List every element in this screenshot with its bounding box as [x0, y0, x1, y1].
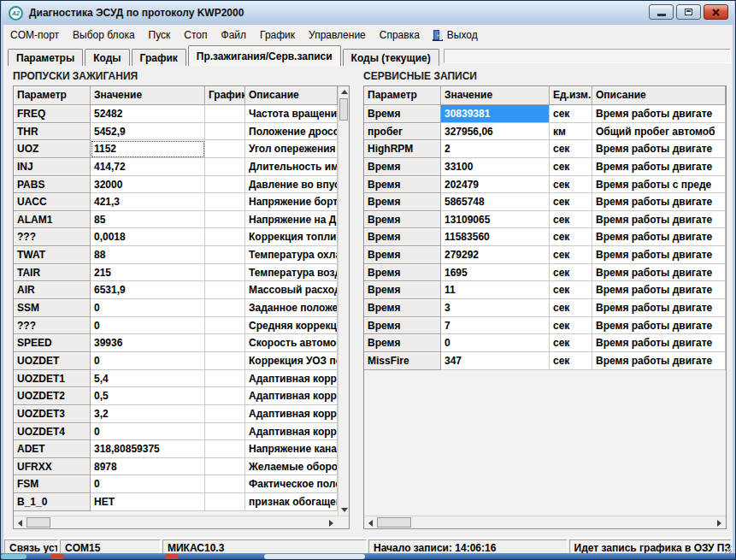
menu-item[interactable]: Управление: [302, 26, 373, 44]
vertical-scroll-thumb[interactable]: [339, 98, 348, 121]
graph-cell: [205, 193, 245, 211]
scroll-down-button[interactable]: [339, 504, 350, 516]
scroll-right-button[interactable]: [714, 517, 725, 528]
table-row[interactable]: UOZ 1152 Угол опережения: [14, 140, 338, 158]
param-cell: PABS: [14, 176, 91, 194]
unit-cell: сек: [550, 176, 592, 194]
table-row[interactable]: Время 7 сек Время работы двигате: [364, 317, 726, 335]
desc-cell: Фактическое поло: [245, 475, 338, 493]
table-row[interactable]: MissFire 347 сек Время работы двигате: [364, 352, 726, 370]
left-section-title: ПРОПУСКИ ЗАЖИГАНИЯ: [13, 70, 138, 82]
table-row[interactable]: Время 3 сек Время работы двигате: [364, 299, 726, 317]
table-row[interactable]: INJ 414,72 Длительность имп: [14, 158, 338, 176]
col-header-desc: Описание: [592, 86, 726, 105]
table-row[interactable]: Время 33100 сек Время работы двигате: [364, 158, 726, 176]
table-row[interactable]: UFRXX 8978 Желаемые оборот: [14, 458, 338, 476]
table-row[interactable]: HighRPM 2 сек Время работы двигате: [364, 140, 726, 158]
desc-cell: Длительность имп: [245, 158, 338, 176]
value-cell: 0: [441, 334, 550, 352]
scroll-up-button[interactable]: [339, 86, 350, 97]
graph-cell: [205, 264, 245, 282]
tab[interactable]: Пр.зажигания/Серв.записи: [188, 45, 341, 66]
table-row[interactable]: Время 11 сек Время работы двигате: [364, 281, 726, 299]
header-row: Параметр Значение Ед.изм. Описание: [364, 86, 726, 105]
desc-cell: Время работы двигате: [592, 246, 726, 264]
value-cell: 0,0018: [91, 228, 205, 246]
table-row[interactable]: ADET 318,80859375 Напряжение кана: [14, 440, 338, 458]
table-row[interactable]: ??? 0,0018 Коррекция топлив: [14, 228, 338, 246]
table-row[interactable]: Время 202479 сек Время работы с преде: [364, 176, 726, 194]
table-row[interactable]: UOZDET1 5,4 Адаптивная корре: [14, 370, 338, 388]
param-cell: Время: [364, 299, 441, 317]
table-row[interactable]: Время 279292 сек Время работы двигате: [364, 246, 726, 264]
horizontal-scroll-thumb[interactable]: [26, 517, 50, 528]
table-row[interactable]: PABS 32000 Давление во впус: [14, 176, 338, 194]
table-row[interactable]: Время 5865748 сек Время работы двигате: [364, 193, 726, 211]
desc-cell: Время работы двигате: [592, 334, 726, 352]
menu-item[interactable]: Файл: [215, 26, 254, 44]
horizontal-scroll-thumb[interactable]: [377, 517, 411, 528]
table-row[interactable]: UOZDET4 0 Адаптивная корре: [14, 423, 338, 441]
param-cell: Время: [364, 105, 441, 123]
table-row[interactable]: FSM 0 Фактическое поло: [14, 475, 338, 493]
close-button[interactable]: [704, 4, 728, 20]
table-row[interactable]: ALAM1 85 Напряжение на Д: [14, 211, 338, 229]
table-row[interactable]: AIR 6531,9 Массовый расход: [14, 281, 338, 299]
maximize-button[interactable]: [676, 4, 701, 20]
scroll-right-button[interactable]: [326, 517, 337, 528]
table-row[interactable]: UOZDET2 0,5 Адаптивная корре: [14, 387, 338, 405]
tab[interactable]: Коды: [85, 49, 129, 66]
table-row[interactable]: ??? 0 Средняя коррекц: [14, 317, 338, 335]
exit-door-icon: [432, 29, 444, 41]
menu-item[interactable]: Пуск: [142, 26, 178, 44]
desc-cell: Адаптивная корре: [245, 387, 338, 405]
table-row[interactable]: UACC 421,3 Напряжение борто: [14, 193, 338, 211]
desc-cell: Время работы двигате: [592, 317, 726, 335]
menu-item[interactable]: Справка: [373, 26, 427, 44]
tab[interactable]: Параметры: [8, 49, 83, 66]
table-row[interactable]: SPEED 39936 Скорость автомоб: [14, 334, 338, 352]
table-row[interactable]: Время 30839381 сек Время работы двигате: [364, 105, 726, 123]
menu-item-exit[interactable]: Выход: [427, 26, 483, 44]
tab[interactable]: График: [132, 49, 186, 66]
param-cell: UOZDET: [14, 352, 91, 370]
table-row[interactable]: Время 13109065 сек Время работы двигате: [364, 211, 726, 229]
graph-cell: [205, 334, 245, 352]
menu-item[interactable]: COM-порт: [3, 26, 66, 44]
table-row[interactable]: UOZDET3 3,2 Адаптивная корре: [14, 405, 338, 423]
scroll-left-button[interactable]: [15, 517, 26, 528]
graph-cell: [205, 140, 245, 158]
table-row[interactable]: UOZDET 0 Коррекция УОЗ по: [14, 352, 338, 370]
value-cell: 5452,9: [91, 123, 205, 141]
table-row[interactable]: пробег 327956,06 км Общий пробег автомоб: [364, 123, 726, 141]
misfire-grid: Параметр Значение График Описание FREQ 5…: [13, 85, 350, 529]
table-row[interactable]: Время 1695 сек Время работы двигате: [364, 264, 726, 282]
value-cell: 8978: [91, 458, 205, 476]
graph-cell: [205, 423, 245, 441]
table-row[interactable]: SSM 0 Заданное положе: [14, 299, 338, 317]
graph-cell: [205, 123, 245, 141]
table-row[interactable]: FREQ 52482 Частота вращения: [14, 105, 338, 123]
scroll-left-button[interactable]: [365, 517, 376, 528]
menu-item[interactable]: Стоп: [177, 26, 214, 44]
value-cell: 0: [91, 352, 205, 370]
menu-item[interactable]: Выбор блока: [66, 26, 142, 44]
menu-item[interactable]: График: [253, 26, 302, 44]
table-row[interactable]: THR 5452,9 Положение дроссе: [14, 123, 338, 141]
desc-cell: Время работы двигате: [592, 193, 726, 211]
window-title: Диагностика ЭСУД по протоколу KWP2000: [29, 7, 244, 19]
value-cell: 0: [91, 317, 205, 335]
tab[interactable]: Коды (текущие): [343, 49, 439, 66]
table-row[interactable]: Время 0 сек Время работы двигате: [364, 334, 726, 352]
table-row[interactable]: TWAT 88 Температура охла: [14, 246, 338, 264]
status-segment: Идет запись графика в ОЗУ ПЗ: [569, 539, 732, 554]
minimize-button[interactable]: [649, 4, 674, 20]
table-row[interactable]: TAIR 215 Температура возд: [14, 264, 338, 282]
col-header-unit: Ед.изм.: [550, 86, 592, 105]
graph-cell: [205, 370, 245, 388]
table-row[interactable]: Время 11583560 сек Время работы двигате: [364, 228, 726, 246]
tab-side-field: [444, 49, 731, 63]
col-header-param: Параметр: [364, 86, 441, 105]
table-row[interactable]: B_1_0 НЕТ признак обогащен: [14, 493, 338, 511]
unit-cell: сек: [550, 299, 592, 317]
